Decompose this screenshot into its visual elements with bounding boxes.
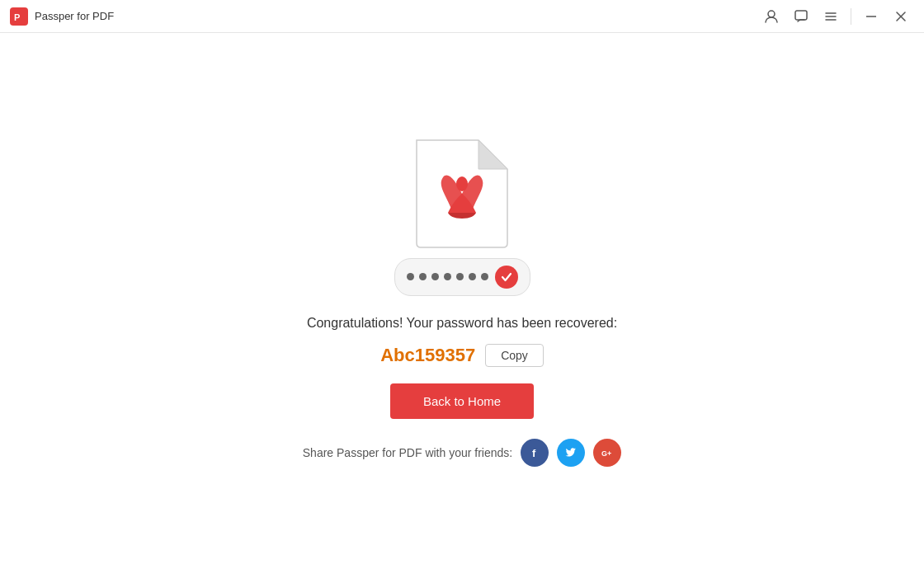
file-icon-area xyxy=(394,136,530,296)
svg-text:G+: G+ xyxy=(601,449,611,458)
dot-7 xyxy=(481,273,488,280)
app-logo: P xyxy=(10,7,28,26)
main-content: Congratulations! Your password has been … xyxy=(0,33,924,569)
svg-text:f: f xyxy=(532,447,536,459)
svg-point-1 xyxy=(768,11,775,17)
dot-6 xyxy=(469,273,476,280)
svg-rect-2 xyxy=(795,11,807,20)
recovered-password: Abc159357 xyxy=(380,345,475,366)
close-button[interactable] xyxy=(888,3,914,30)
svg-point-9 xyxy=(456,176,468,191)
password-bar xyxy=(394,258,530,296)
menu-button[interactable] xyxy=(818,3,844,30)
dots-area xyxy=(407,273,488,280)
twitter-share-button[interactable] xyxy=(557,439,585,467)
facebook-share-button[interactable]: f xyxy=(521,439,549,467)
svg-text:P: P xyxy=(14,12,20,22)
titlebar: P Passper for PDF xyxy=(0,0,924,33)
congrats-message: Congratulations! Your password has been … xyxy=(307,316,617,331)
back-home-button[interactable]: Back to Home xyxy=(390,383,534,419)
dot-3 xyxy=(431,273,439,280)
password-row: Abc159357 Copy xyxy=(380,344,544,367)
dot-5 xyxy=(456,273,464,280)
window-controls xyxy=(758,3,914,30)
check-circle xyxy=(495,266,518,289)
dot-4 xyxy=(444,273,451,280)
app-title: Passper for PDF xyxy=(35,10,758,22)
share-label: Share Passper for PDF with your friends: xyxy=(303,446,512,459)
google-share-button[interactable]: G+ xyxy=(593,439,621,467)
copy-button[interactable]: Copy xyxy=(485,344,544,367)
separator xyxy=(851,8,851,25)
chat-button[interactable] xyxy=(788,3,814,30)
minimize-button[interactable] xyxy=(858,3,884,30)
dot-1 xyxy=(407,273,414,280)
share-row: Share Passper for PDF with your friends:… xyxy=(303,439,621,467)
pdf-file-icon xyxy=(408,136,516,252)
dot-2 xyxy=(419,273,427,280)
account-button[interactable] xyxy=(758,3,785,30)
